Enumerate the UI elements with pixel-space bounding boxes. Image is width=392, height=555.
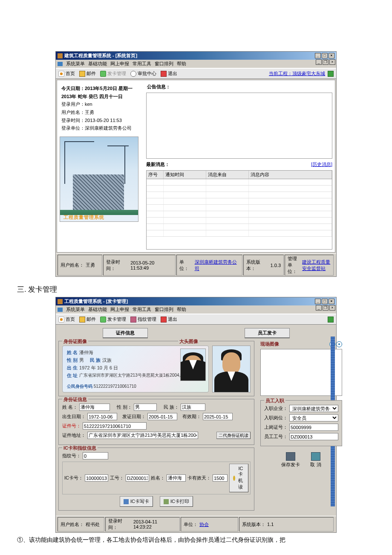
- tb-card[interactable]: 发卡管理: [100, 316, 126, 323]
- tb-mail[interactable]: 邮件: [79, 316, 96, 323]
- network-icon[interactable]: [328, 71, 334, 77]
- table-row: [147, 218, 332, 224]
- app-icon: [58, 53, 63, 58]
- close-button[interactable]: ×: [329, 299, 334, 304]
- tb-finger[interactable]: 指纹管理: [130, 316, 156, 323]
- tb-mail[interactable]: 邮件: [79, 70, 96, 77]
- name-input[interactable]: [79, 404, 110, 411]
- photo-label: 大头图像: [178, 338, 199, 345]
- minimize-button[interactable]: _: [315, 53, 321, 58]
- menu-help[interactable]: 帮助: [177, 306, 186, 313]
- menu-system[interactable]: 系统菜单: [66, 61, 85, 67]
- section-heading: 三. 发卡管理: [17, 285, 383, 294]
- tab-issue-card[interactable]: 员工发卡: [245, 328, 290, 338]
- table-row: [147, 230, 332, 237]
- ic-name-input[interactable]: [167, 474, 186, 482]
- home-icon: [58, 317, 64, 323]
- menu-system[interactable]: 系统菜单: [66, 306, 85, 313]
- news-label: 最新消息：: [146, 161, 170, 168]
- addr-input[interactable]: [87, 432, 198, 439]
- titlebar[interactable]: 工程质量管理系统 - [发卡管理] _ □ ×: [56, 297, 336, 305]
- scene-label: 现场图像: [260, 341, 279, 347]
- fingerprint-icon: [130, 317, 136, 323]
- minimize-button[interactable]: _: [315, 299, 321, 304]
- org-select[interactable]: 深圳康桥建筑劳务公司: [289, 405, 338, 412]
- content-area: 今天日期：2013年5月20日 星期一 2013年 蛇年 癸巳 四月十一日 登录…: [57, 80, 335, 253]
- network-icon[interactable]: [328, 317, 334, 323]
- tb-center[interactable]: 审批中心: [130, 70, 156, 77]
- menu-windows[interactable]: 窗口排列: [155, 306, 173, 313]
- ic-card-input[interactable]: [85, 474, 108, 482]
- mdi-restore-button[interactable]: ❐: [323, 305, 329, 311]
- menu-online[interactable]: 网上申报: [110, 61, 129, 67]
- login-info: 今天日期：2013年5月20日 星期一 2013年 蛇年 癸巳 四月十一日 登录…: [60, 83, 143, 134]
- image-caption: 工程质量管理系统: [63, 214, 104, 221]
- menu-windows[interactable]: 窗口排列: [155, 61, 173, 67]
- stop-button[interactable]: ●: [336, 341, 342, 347]
- col-content[interactable]: 消息内容: [249, 171, 332, 179]
- ic-reader-button[interactable]: IC卡机读: [229, 464, 248, 492]
- announce-box: [146, 93, 332, 159]
- menu-tools[interactable]: 常用工具: [133, 306, 151, 313]
- menu-basic[interactable]: 基础功能: [88, 61, 107, 67]
- table-row: [147, 186, 332, 192]
- cancel-button[interactable]: 取 消: [310, 452, 321, 468]
- tb-home[interactable]: 首页: [58, 70, 75, 77]
- titlebar[interactable]: 建筑工程质量管理系统 - [系统首页] _ □ ×: [56, 52, 336, 60]
- maximize-button[interactable]: □: [322, 299, 328, 304]
- table-row: [147, 211, 332, 218]
- maximize-button[interactable]: □: [322, 53, 328, 58]
- current-project-label: 当前工程：顶级豪宅大东城: [269, 70, 325, 77]
- menubar: 系统菜单 基础功能 网上申报 常用工具 窗口排列 帮助 _ ❐ ×: [56, 60, 336, 68]
- id-reader-button[interactable]: 二代身份证机读: [216, 432, 251, 439]
- statusbar: 用户姓名：王勇 登录时间：2013-05-20 11:53:49 单位：深圳康桥…: [56, 253, 336, 276]
- tb-card[interactable]: 发卡管理: [100, 70, 126, 77]
- group-employee: 员工入职 入职企业：深圳康桥建筑劳务公司 入职岗位：安全员 上岗证号： 员工工号…: [260, 400, 342, 446]
- toolbar: 首页 邮件 发卡管理 审批中心 退出 当前工程：顶级豪宅大东城: [56, 68, 336, 79]
- menu-help[interactable]: 帮助: [177, 61, 186, 67]
- tb-exit[interactable]: 退出: [161, 316, 177, 323]
- app-icon: [58, 299, 63, 304]
- empno-input[interactable]: [289, 433, 338, 440]
- mdi-minimize-button[interactable]: _: [316, 59, 322, 65]
- position-select[interactable]: 安全员: [289, 414, 338, 421]
- menu-tools[interactable]: 常用工具: [133, 61, 151, 67]
- window-system-home: 建筑工程质量管理系统 - [系统首页] _ □ × 系统菜单 基础功能 网上申报…: [55, 51, 337, 277]
- save-card-button[interactable]: 保存发卡: [281, 452, 300, 468]
- col-time[interactable]: 通知时间: [164, 171, 206, 179]
- history-link[interactable]: [历史消息]: [311, 161, 332, 168]
- sex-input[interactable]: [134, 404, 157, 411]
- reader-icon: [233, 476, 235, 481]
- menu-basic[interactable]: 基础功能: [88, 306, 107, 313]
- announce-label: 公告信息：: [146, 83, 332, 91]
- col-seq[interactable]: 序号: [147, 171, 164, 179]
- nation-input[interactable]: [181, 404, 205, 411]
- headshot-photo: [212, 346, 251, 392]
- mdi-close-button[interactable]: ×: [329, 59, 335, 65]
- mdi-minimize-button[interactable]: _: [316, 305, 322, 311]
- tb-exit[interactable]: 退出: [161, 70, 177, 77]
- ic-days-input[interactable]: [213, 474, 228, 482]
- birth-input[interactable]: [87, 413, 117, 420]
- ic-print-button[interactable]: IC卡打印: [160, 496, 193, 507]
- mdi-restore-button[interactable]: ❐: [323, 59, 329, 65]
- issue-date-input[interactable]: [147, 413, 177, 420]
- close-button[interactable]: ×: [329, 53, 334, 58]
- finger-input[interactable]: [83, 452, 108, 459]
- window-title: 建筑工程质量管理系统 - [系统首页]: [64, 52, 137, 59]
- tb-home[interactable]: 首页: [58, 316, 75, 323]
- tab-id-info[interactable]: 证件信息: [103, 328, 148, 338]
- emp-no-input[interactable]: [126, 474, 149, 482]
- menu-online[interactable]: 网上申报: [110, 306, 129, 313]
- cert-input[interactable]: [289, 424, 338, 431]
- group-id-info: 身份证信息 姓 名： 性 别： 民 族： 出生日期： 发证日期： 有效期： 证件…: [58, 399, 254, 445]
- building-image: 工程质量管理系统: [60, 137, 138, 222]
- mdi-close-button[interactable]: ×: [329, 305, 335, 311]
- idno-input[interactable]: [83, 422, 147, 430]
- col-from[interactable]: 消息来自: [206, 171, 249, 179]
- exit-icon: [161, 71, 167, 77]
- group-id-image: 身份证图像 大头图像 姓 名潘仲海 性 别男 民 族汉族 出 生1972 年 1…: [58, 341, 254, 396]
- valid-input[interactable]: [203, 413, 233, 420]
- card-icon: [100, 317, 106, 323]
- ic-write-button[interactable]: IC卡写卡: [120, 496, 153, 507]
